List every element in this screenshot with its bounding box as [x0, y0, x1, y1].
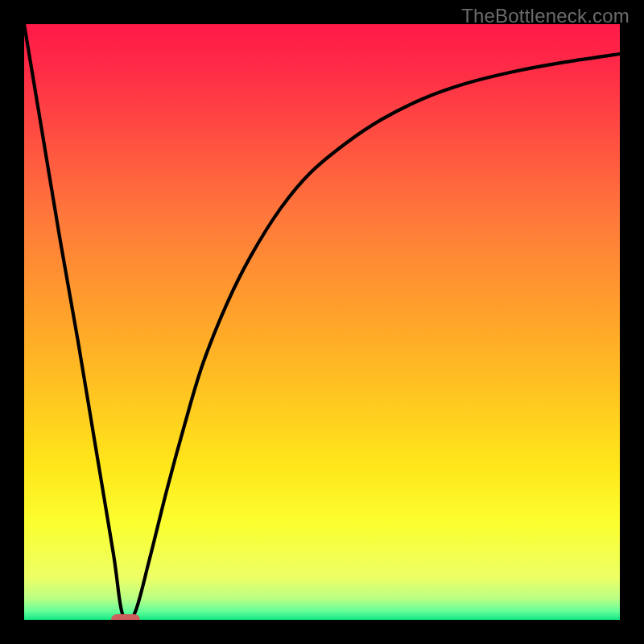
series-curve	[24, 24, 620, 620]
plot-area	[24, 24, 620, 620]
optimal-point-marker	[111, 614, 140, 620]
curve-layer	[24, 24, 620, 620]
chart-frame: TheBottleneck.com	[0, 0, 644, 644]
watermark-text: TheBottleneck.com	[461, 5, 630, 27]
